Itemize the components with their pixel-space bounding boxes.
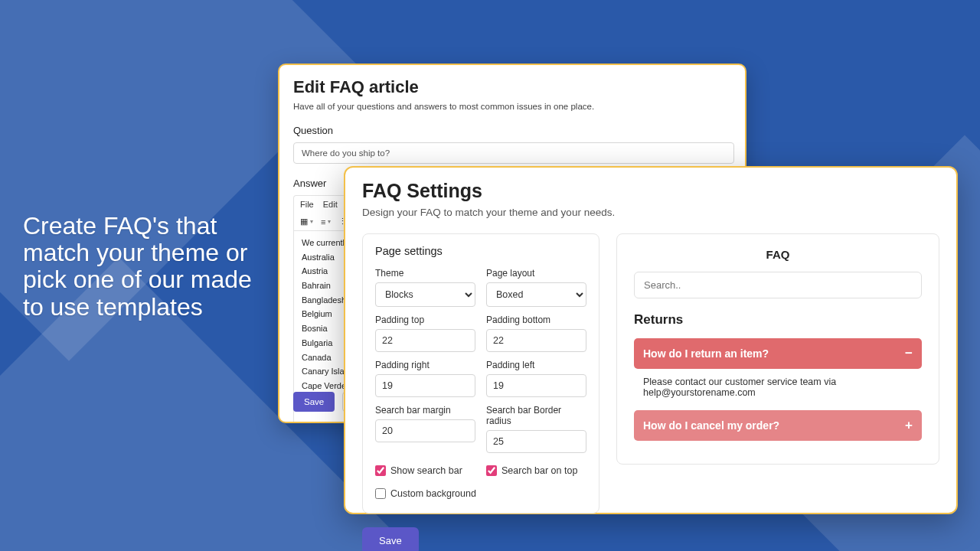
faq-settings-panel: FAQ Settings Design your FAQ to match yo… [344,166,958,514]
faq-q1: How do I return an item? [643,347,769,360]
faq-item-open[interactable]: How do I return an item? − [634,338,922,369]
plus-icon: + [905,418,913,433]
search-top-checkbox[interactable] [486,465,497,476]
pbottom-input[interactable] [486,329,586,352]
page-settings-card: Page settings Theme Blocks Page layout B… [362,233,599,514]
search-input[interactable] [634,272,922,298]
pright-input[interactable] [375,374,475,397]
smargin-label: Search bar margin [375,405,475,416]
faq-q1-answer: Please contact our customer service team… [634,369,922,399]
faq-q2: How do I cancel my order? [643,419,779,432]
faq-item-collapsed[interactable]: How do I cancel my order? + [634,410,922,441]
layout-select[interactable]: Boxed [486,282,586,307]
edit-subtitle: Have all of your questions and answers t… [293,102,731,111]
show-search-label: Show search bar [390,465,462,476]
menu-file[interactable]: File [300,200,314,209]
menu-edit[interactable]: Edit [323,200,338,209]
page-settings-label: Page settings [375,245,586,257]
faq-preview-card: FAQ Returns How do I return an item? − P… [616,233,939,465]
search-top-label: Search bar on top [501,465,577,476]
ptop-input[interactable] [375,329,475,352]
minus-icon: − [905,346,913,361]
settings-subtitle: Design your FAQ to match your theme and … [362,207,939,218]
show-search-checkbox[interactable] [375,465,386,476]
ptop-label: Padding top [375,315,475,325]
sradius-label: Search bar Border radius [486,405,586,426]
table-icon[interactable]: ▦▾ [300,217,313,227]
marketing-headline: Create FAQ's that match your theme or pi… [23,213,268,321]
edit-title: Edit FAQ article [293,77,731,97]
question-label: Question [293,125,731,136]
sradius-input[interactable] [486,430,586,453]
pleft-label: Padding left [486,360,586,370]
pbottom-label: Padding bottom [486,315,586,325]
custom-bg-checkbox[interactable] [375,488,386,499]
layout-label: Page layout [486,268,586,279]
custom-bg-label: Custom background [390,488,476,499]
save-button[interactable]: Save [293,392,335,412]
pleft-input[interactable] [486,374,586,397]
smargin-input[interactable] [375,419,475,442]
preview-section: Returns [634,312,922,328]
bullet-list-icon[interactable]: ≡▾ [321,217,331,227]
preview-title: FAQ [634,248,922,261]
pright-label: Padding right [375,360,475,370]
question-input[interactable] [293,142,734,164]
settings-title: FAQ Settings [362,180,939,202]
theme-select[interactable]: Blocks [375,282,475,307]
theme-label: Theme [375,268,475,279]
settings-save-button[interactable]: Save [362,527,419,551]
